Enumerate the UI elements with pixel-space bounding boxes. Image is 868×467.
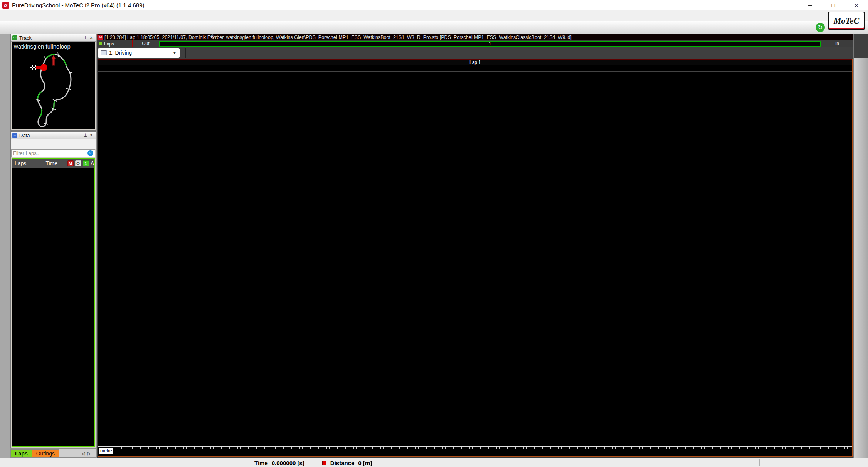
clear-filter-icon[interactable]: × [87,150,93,156]
app-icon: i2 [2,2,9,9]
in-lap-segment[interactable]: In [821,40,853,47]
workbook-icon [101,50,106,55]
worksheet-tabs [185,48,186,58]
column-time[interactable]: Time [45,160,66,166]
column-main-icon[interactable]: M [67,160,74,166]
track-panel: ◠ Track ⊥ × watkinsglen fullnoloop [10,34,96,131]
column-delta[interactable]: Δ [91,160,94,166]
data-toolbar [11,139,96,149]
column-laps[interactable]: Laps [12,160,45,166]
workbook-selector[interactable]: 1: Driving ▼ [98,48,180,58]
main-area: M [1:23.284] Lap 1,18:05:05, 2021/11/07,… [97,34,853,458]
status-bar: Time 0.000000 [s] Distance 0 [m] [0,458,868,467]
tab-laps[interactable]: Laps [11,449,32,457]
filter-placeholder: Filter Laps... [13,150,41,156]
menu-bar [0,10,868,21]
workbook-name: 1: Driving [109,50,132,56]
start-finish-flag-icon [30,65,41,70]
sync-icon[interactable]: ↻ [816,23,825,32]
distance-value: 0 [m] [358,460,372,466]
window-title: PureDrivingSchool - MoTeC i2 Pro (x64) (… [12,2,144,8]
chart-region: Lap 1 metre [98,59,853,457]
track-name: watkinsglen fullnoloop [14,43,71,50]
column-overlay-icon[interactable]: O [75,160,81,166]
column-ref-icon[interactable]: 1 [83,160,89,166]
out-lap-segment[interactable]: Out [132,40,159,47]
track-map[interactable]: watkinsglen fullnoloop [12,42,95,129]
lap1-segment[interactable]: 1 [159,41,821,47]
data-panel-tabs: Laps Outings ◁▷ [10,449,96,458]
distance-color-chip [322,461,326,465]
laps-overview-bar: Laps Out 1 In [97,40,853,47]
close-panel-icon[interactable]: × [88,133,94,138]
distance-label: Distance [330,460,355,466]
laps-bar-label: Laps [104,41,114,47]
left-tab-strip [0,34,10,458]
motec-i2-window: i2 PureDrivingSchool - MoTeC i2 Pro (x64… [0,0,868,467]
minimize-button[interactable]: ─ [799,0,822,10]
lap-header: Lap 1 [98,59,852,65]
track-sections-bar [98,65,852,72]
titlebar: i2 PureDrivingSchool - MoTeC i2 Pro (x64… [0,0,868,10]
track-panel-icon: ◠ [12,35,17,40]
motec-logo: MoTeC [828,12,865,30]
close-button[interactable]: × [845,0,868,10]
maximize-button[interactable]: □ [822,0,845,10]
laps-table: Laps Time M O 1 Δ [12,158,95,447]
track-panel-title: Track [19,35,32,41]
data-panel-title: Data [19,133,30,138]
distance-axis: metre [98,446,852,456]
laps-color-square [99,42,102,45]
tab-outings[interactable]: Outings [32,449,59,457]
lap-info-text: [1:23.284] Lap 1,18:05:05, 2021/11/07, D… [104,34,572,40]
close-panel-icon[interactable]: × [88,35,94,40]
direction-arrow-icon [52,55,56,65]
cursor-position-dot [40,64,47,71]
track-outline [12,42,96,129]
data-panel: ≣ Data ⊥ × Filter Laps... × Laps Time M … [10,131,96,448]
pin-icon[interactable]: ⊥ [82,133,88,138]
data-panel-icon: ≣ [12,133,17,138]
time-value: 0.000000 [s] [272,460,304,466]
chevron-down-icon: ▼ [172,50,177,55]
right-tool-strip [853,34,868,458]
axis-unit-label: metre [99,448,113,454]
laps-table-header: Laps Time M O 1 Δ [12,159,94,168]
lap-info-bar: M [1:23.284] Lap 1,18:05:05, 2021/11/07,… [97,34,853,40]
filter-laps-input[interactable]: Filter Laps... × [11,149,95,157]
lap-color-chip: M [98,35,103,40]
main-toolbar [0,21,868,34]
worksheet-tab-row: 1: Driving ▼ [97,47,853,59]
time-label: Time [254,460,268,466]
tab-scroll-arrows[interactable]: ◁▷ [82,451,96,456]
pin-icon[interactable]: ⊥ [82,35,88,40]
